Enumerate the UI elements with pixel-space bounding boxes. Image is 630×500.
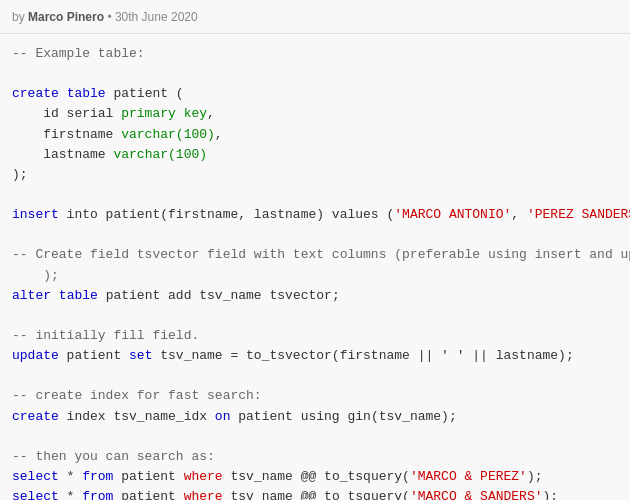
header: by Marco Pinero • 30th June 2020 — [0, 0, 630, 34]
author-name: Marco Pinero — [28, 10, 104, 24]
date: 30th June 2020 — [115, 10, 198, 24]
author-prefix: by — [12, 10, 28, 24]
author-line: by Marco Pinero • 30th June 2020 — [12, 10, 198, 24]
date-separator: • — [104, 10, 115, 24]
code-area: -- Example table: create table patient (… — [0, 34, 630, 500]
